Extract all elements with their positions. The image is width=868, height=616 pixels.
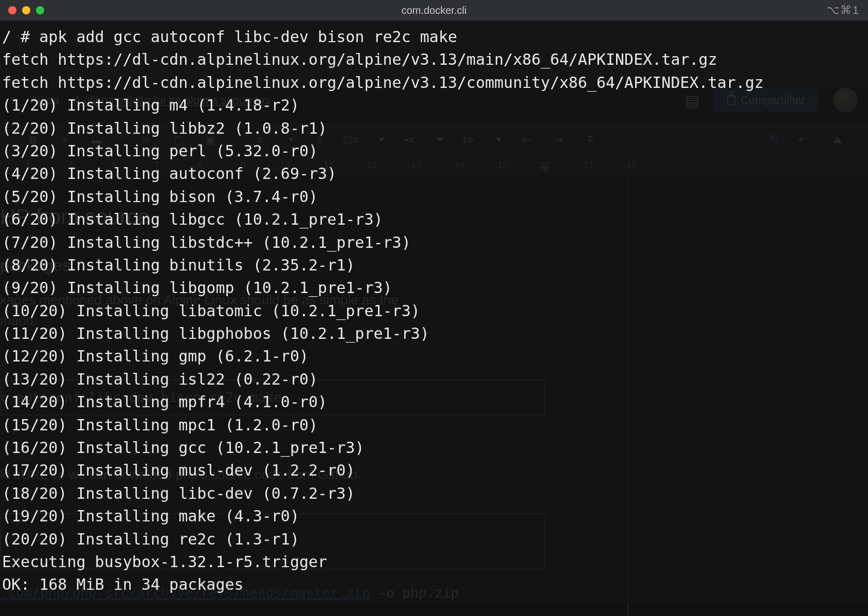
terminal-output-line: (16/20) Installing gcc (10.2.1_pre1-r3): [2, 437, 866, 459]
terminal-output-line: (9/20) Installing libgomp (10.2.1_pre1-r…: [2, 277, 866, 299]
terminal-output-line: OK: 168 MiB in 34 packages: [2, 573, 866, 596]
terminal-output-line: (15/20) Installing mpc1 (1.2.0-r0): [2, 414, 866, 437]
terminal-prompt: / #: [2, 28, 39, 46]
minimize-button[interactable]: [22, 6, 30, 14]
terminal-output-line: (2/20) Installing libbz2 (1.0.8-r1): [2, 117, 866, 140]
terminal-body[interactable]: / # apk add gcc autoconf libc-dev bison …: [0, 21, 868, 604]
terminal-output-line: (6/20) Installing libgcc (10.2.1_pre1-r3…: [2, 208, 866, 231]
terminal-window[interactable]: com.docker.cli ⌥⌘1 / # apk add gcc autoc…: [0, 0, 868, 604]
terminal-output-line: (12/20) Installing gmp (6.2.1-r0): [2, 345, 866, 368]
terminal-output-line: (18/20) Installing libc-dev (0.7.2-r3): [2, 482, 866, 505]
terminal-output-line: (14/20) Installing mpfr4 (4.1.0-r0): [2, 391, 866, 413]
terminal-output-line: (17/20) Installing musl-dev (1.2.2-r0): [2, 459, 866, 482]
terminal-output-line: (4/20) Installing autoconf (2.69-r3): [2, 162, 866, 185]
terminal-output-line: Executing busybox-1.32.1-r5.trigger: [2, 551, 866, 573]
terminal-output-line: (3/20) Installing perl (5.32.0-r0): [2, 140, 866, 162]
terminal-output-line: (5/20) Installing bison (3.7.4-r0): [2, 186, 866, 208]
terminal-output-line: (10/20) Installing libatomic (10.2.1_pre…: [2, 300, 866, 322]
terminal-output-line: (1/20) Installing m4 (1.4.18-r2): [2, 94, 866, 117]
terminal-command: apk add gcc autoconf libc-dev bison re2c…: [39, 28, 457, 46]
close-button[interactable]: [8, 6, 16, 14]
terminal-output-line: fetch https://dl-cdn.alpinelinux.org/alp…: [2, 48, 866, 71]
terminal-output-line: (19/20) Installing make (4.3-r0): [2, 505, 866, 528]
window-controls: [8, 6, 44, 14]
terminal-output-line: (20/20) Installing re2c (1.3-r1): [2, 528, 866, 551]
terminal-title: com.docker.cli: [0, 5, 868, 16]
terminal-output-line: fetch https://dl-cdn.alpinelinux.org/alp…: [2, 71, 866, 94]
terminal-titlebar[interactable]: com.docker.cli ⌥⌘1: [0, 0, 868, 21]
terminal-output-line: (11/20) Installing libgphobos (10.2.1_pr…: [2, 322, 866, 345]
terminal-output-line: (13/20) Installing isl22 (0.22-r0): [2, 368, 866, 391]
zoom-button[interactable]: [36, 6, 44, 14]
terminal-output-line: (8/20) Installing binutils (2.35.2-r1): [2, 254, 866, 277]
terminal-shortcut: ⌥⌘1: [826, 4, 860, 17]
terminal-prompt-line: / # apk add gcc autoconf libc-dev bison …: [2, 26, 866, 48]
terminal-output-line: (7/20) Installing libstdc++ (10.2.1_pre1…: [2, 231, 866, 254]
